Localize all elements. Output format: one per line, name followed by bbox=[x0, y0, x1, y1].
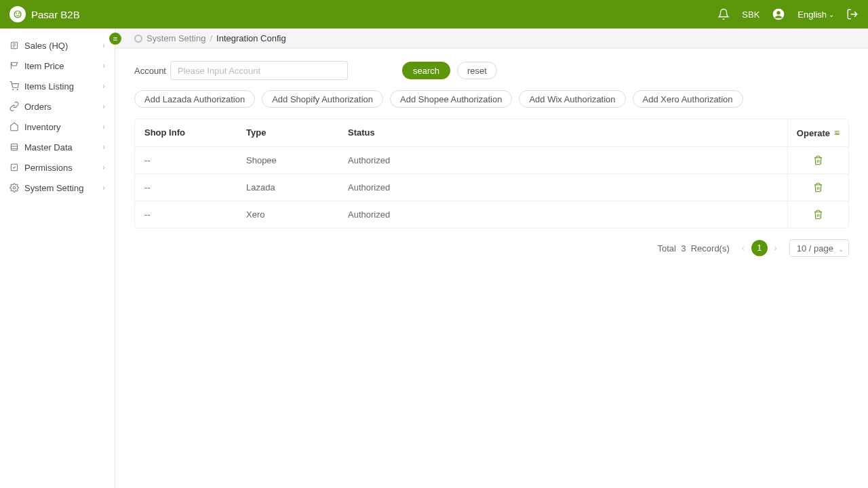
svg-point-4 bbox=[777, 11, 781, 14]
chevron-right-icon: › bbox=[102, 81, 105, 91]
td-type: Lazada bbox=[237, 174, 338, 201]
chevron-right-icon: › bbox=[102, 122, 105, 131]
header-left: Pasar B2B bbox=[9, 6, 80, 22]
add-lazada-auth-button[interactable]: Add Lazada Authorization bbox=[134, 90, 255, 108]
next-page-icon[interactable]: › bbox=[772, 242, 780, 254]
th-shop-info: Shop Info bbox=[135, 119, 237, 146]
th-type: Type bbox=[237, 119, 338, 146]
orders-icon bbox=[9, 102, 19, 111]
integrations-table: Shop Info Type Status Operate ≡ -- Shope… bbox=[134, 119, 849, 228]
account-label: Account bbox=[134, 66, 166, 76]
table-body: -- Shopee Authorized -- Lazada Authorize… bbox=[135, 147, 848, 228]
search-button[interactable]: search bbox=[402, 62, 450, 79]
add-xero-auth-button[interactable]: Add Xero Authorization bbox=[633, 90, 743, 108]
master-data-icon bbox=[9, 142, 19, 152]
sidebar-item-master-data[interactable]: Master Data › bbox=[0, 137, 115, 157]
td-operate bbox=[787, 147, 848, 174]
td-status: Authorized bbox=[338, 174, 787, 201]
pagination-footer: Total 3 Record(s) ‹ 1 › 10 / page ⌄ bbox=[134, 239, 849, 257]
td-shop: -- bbox=[135, 147, 237, 174]
sidebar-item-label: Master Data bbox=[24, 142, 73, 152]
app-logo bbox=[9, 6, 26, 22]
breadcrumb-parent[interactable]: System Setting bbox=[146, 33, 205, 43]
delete-icon[interactable] bbox=[813, 155, 823, 165]
chevron-right-icon: › bbox=[102, 102, 105, 111]
filter-row: Account search reset bbox=[134, 61, 849, 80]
th-status: Status bbox=[338, 119, 787, 146]
svg-point-8 bbox=[17, 89, 18, 90]
add-wix-auth-button[interactable]: Add Wix Authorization bbox=[519, 90, 625, 108]
listing-icon bbox=[9, 81, 19, 91]
chevron-down-icon: ⌄ bbox=[829, 11, 834, 18]
reset-button[interactable]: reset bbox=[457, 62, 497, 79]
breadcrumb-separator: / bbox=[210, 33, 212, 43]
table-header: Shop Info Type Status Operate ≡ bbox=[135, 119, 848, 147]
table-row: -- Shopee Authorized bbox=[135, 147, 848, 174]
language-selector[interactable]: English ⌄ bbox=[797, 9, 834, 20]
svg-rect-9 bbox=[11, 144, 17, 150]
chevron-right-icon: › bbox=[102, 41, 105, 50]
sidebar-item-inventory[interactable]: Inventory › bbox=[0, 117, 115, 137]
notifications-icon[interactable] bbox=[717, 8, 730, 20]
sidebar-item-label: Orders bbox=[24, 102, 52, 112]
sidebar-item-label: Items Listing bbox=[24, 81, 74, 92]
sidebar-toggle[interactable]: ≡ bbox=[109, 33, 121, 45]
language-label: English bbox=[797, 9, 827, 20]
account-input[interactable] bbox=[170, 61, 348, 80]
per-page-selector[interactable]: 10 / page ⌄ bbox=[789, 239, 849, 257]
sidebar-item-label: Permissions bbox=[24, 163, 73, 173]
svg-point-13 bbox=[13, 186, 16, 189]
td-type: Shopee bbox=[237, 147, 338, 174]
price-icon bbox=[9, 61, 19, 70]
user-code: SBK bbox=[742, 9, 760, 20]
app-title: Pasar B2B bbox=[31, 9, 80, 20]
inventory-icon bbox=[9, 122, 19, 131]
authorization-buttons: Add Lazada Authorization Add Shopify Aut… bbox=[134, 90, 849, 108]
svg-point-1 bbox=[16, 13, 17, 14]
pager: ‹ 1 › bbox=[739, 240, 780, 256]
chevron-right-icon: › bbox=[102, 163, 105, 172]
sidebar-item-label: System Setting bbox=[24, 183, 83, 193]
app-header: Pasar B2B SBK English ⌄ bbox=[0, 0, 868, 28]
sidebar: ≡ Sales (HQ) › Item Price › Items Listin… bbox=[0, 28, 115, 488]
sidebar-item-items-listing[interactable]: Items Listing › bbox=[0, 76, 115, 96]
chevron-right-icon: › bbox=[102, 183, 105, 192]
sidebar-item-permissions[interactable]: Permissions › bbox=[0, 157, 115, 178]
hamburger-icon: ≡ bbox=[113, 35, 117, 43]
sidebar-item-orders[interactable]: Orders › bbox=[0, 96, 115, 117]
column-menu-icon[interactable]: ≡ bbox=[834, 127, 840, 138]
add-shopify-auth-button[interactable]: Add Shopify Authorization bbox=[262, 90, 383, 108]
td-operate bbox=[787, 201, 848, 228]
td-status: Authorized bbox=[338, 147, 787, 174]
user-avatar-icon[interactable] bbox=[772, 7, 785, 21]
sidebar-item-sales[interactable]: Sales (HQ) › bbox=[0, 35, 115, 56]
svg-point-7 bbox=[13, 89, 14, 90]
breadcrumb: System Setting / Integration Config bbox=[115, 28, 868, 49]
sidebar-item-label: Inventory bbox=[24, 122, 60, 132]
settings-icon bbox=[9, 183, 19, 192]
chevron-right-icon: › bbox=[102, 142, 105, 152]
delete-icon[interactable] bbox=[813, 209, 823, 220]
sales-icon bbox=[9, 41, 19, 50]
sidebar-item-item-price[interactable]: Item Price › bbox=[0, 56, 115, 76]
th-operate: Operate ≡ bbox=[787, 119, 848, 146]
td-shop: -- bbox=[135, 201, 237, 228]
breadcrumb-current: Integration Config bbox=[216, 33, 286, 43]
td-status: Authorized bbox=[338, 201, 787, 228]
sidebar-item-system-setting[interactable]: System Setting › bbox=[0, 178, 115, 198]
td-shop: -- bbox=[135, 174, 237, 201]
content-area: System Setting / Integration Config Acco… bbox=[115, 28, 868, 488]
svg-point-2 bbox=[18, 13, 20, 14]
table-row: -- Lazada Authorized bbox=[135, 174, 848, 201]
prev-page-icon[interactable]: ‹ bbox=[739, 242, 747, 254]
delete-icon[interactable] bbox=[813, 182, 823, 192]
td-type: Xero bbox=[237, 201, 338, 228]
permissions-icon bbox=[9, 163, 19, 172]
breadcrumb-icon bbox=[134, 35, 142, 43]
add-shopee-auth-button[interactable]: Add Shopee Authorization bbox=[390, 90, 512, 108]
logout-icon[interactable] bbox=[846, 8, 859, 20]
current-page[interactable]: 1 bbox=[751, 240, 768, 256]
chevron-right-icon: › bbox=[102, 61, 105, 70]
sidebar-item-label: Sales (HQ) bbox=[24, 41, 68, 51]
sidebar-item-label: Item Price bbox=[24, 61, 64, 71]
